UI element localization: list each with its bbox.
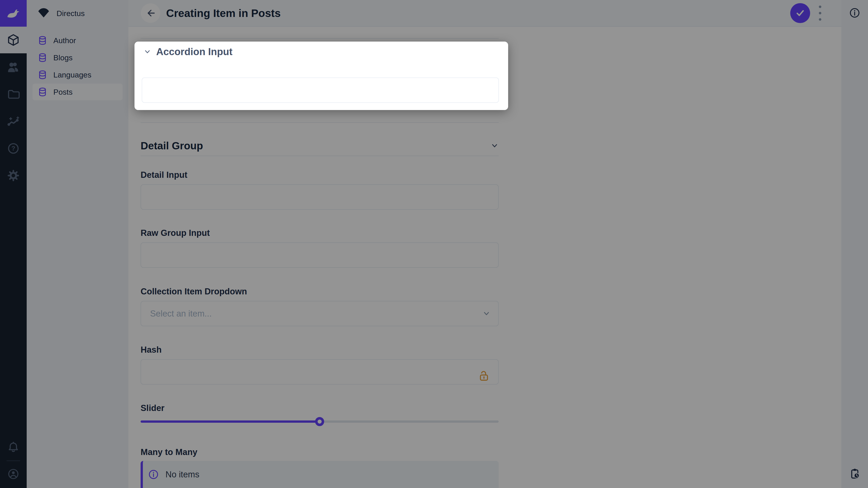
- accordion-input-field[interactable]: [142, 77, 499, 103]
- chevron-down-icon: [144, 48, 151, 56]
- accordion-header[interactable]: Accordion Input: [134, 41, 508, 57]
- accordion-raised-card: Accordion Input: [134, 41, 508, 110]
- accordion-title: Accordion Input: [156, 46, 232, 57]
